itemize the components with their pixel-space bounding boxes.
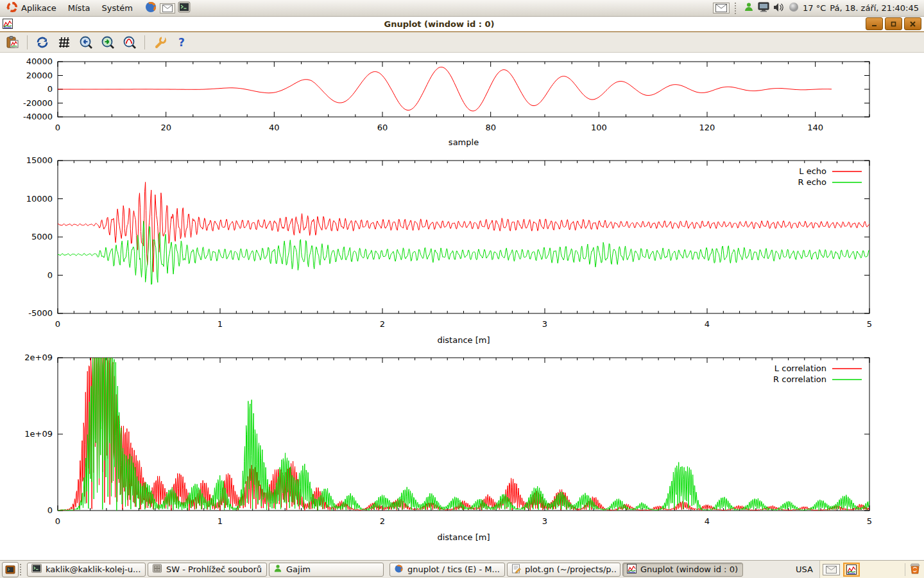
svg-text:0: 0 — [55, 516, 60, 526]
text-editor-icon — [511, 564, 521, 575]
svg-text:-5000: -5000 — [28, 308, 53, 318]
task-button-editor[interactable]: plot.gn (~/projects/p... — [507, 563, 620, 577]
svg-text:40000: 40000 — [26, 57, 53, 66]
task-button-terminal[interactable]: kaklik@kaklik-kolej-u... — [27, 563, 146, 577]
svg-text:2e+09: 2e+09 — [24, 353, 53, 362]
firefox-icon — [394, 564, 404, 575]
gnuplot-toolbar: ? — [0, 32, 924, 53]
svg-text:4: 4 — [705, 516, 710, 526]
svg-text:1e+09: 1e+09 — [24, 429, 53, 439]
task-label: Gnuplot (window id : 0) — [640, 565, 738, 574]
chart-waveform: 020406080100120140-40000-200000200004000… — [23, 57, 869, 147]
svg-text:20000: 20000 — [26, 71, 53, 80]
window-titlebar[interactable]: Gnuplot (window id : 0) — [0, 16, 924, 32]
task-label: gnuplot / tics (E) - M... — [407, 565, 500, 574]
display-icon[interactable] — [758, 2, 769, 14]
maximize-button[interactable] — [885, 17, 902, 30]
task-button-file-manager[interactable]: SW - Prohlížeč souborů — [148, 563, 267, 577]
tray-mail-icon[interactable] — [823, 564, 840, 575]
taskbar: kaklik@kaklik-kolej-u... SW - Prohlížeč … — [0, 560, 924, 578]
keyboard-layout-indicator[interactable]: USA — [789, 565, 819, 574]
panel-status-area: 17 °C Pá, 18. září, 21:40:45 — [713, 2, 924, 14]
svg-text:140: 140 — [807, 123, 823, 132]
applications-menu[interactable]: Aplikace — [3, 0, 63, 17]
settings-icon[interactable] — [151, 34, 168, 51]
copy-to-clipboard-icon[interactable] — [4, 34, 21, 51]
gnuplot-icon — [627, 564, 637, 575]
weather-moon-icon[interactable] — [789, 2, 799, 14]
volume-icon[interactable] — [773, 3, 785, 14]
places-menu-label: Místa — [68, 3, 90, 13]
svg-text:60: 60 — [377, 123, 388, 132]
toolbar-separator — [27, 35, 28, 49]
task-label: SW - Prohlížeč souborů — [166, 565, 262, 574]
svg-text:5: 5 — [867, 516, 872, 526]
svg-text:15000: 15000 — [26, 155, 53, 165]
mail-notification-icon[interactable] — [713, 3, 730, 13]
temperature-label[interactable]: 17 °C — [803, 3, 826, 13]
svg-text:20: 20 — [160, 123, 171, 132]
window-title: Gnuplot (window id : 0) — [13, 19, 866, 29]
svg-text:2: 2 — [380, 319, 385, 329]
places-menu[interactable]: Místa — [64, 2, 97, 15]
toggle-grid-icon[interactable] — [56, 34, 73, 51]
svg-text:0: 0 — [55, 123, 60, 132]
zoom-next-icon[interactable] — [99, 34, 116, 51]
close-button[interactable] — [904, 17, 921, 30]
svg-text:0: 0 — [47, 505, 53, 515]
svg-text:L correlation: L correlation — [774, 363, 826, 373]
tray-gnuplot-icon[interactable] — [843, 563, 860, 577]
svg-text:sample: sample — [449, 137, 479, 147]
autoscale-icon[interactable] — [121, 34, 138, 51]
notification-tray — [819, 561, 924, 578]
tray-spacer — [863, 561, 902, 578]
svg-text:3: 3 — [542, 319, 547, 329]
gnome-top-panel: Aplikace Místa Systém — [0, 0, 924, 17]
system-menu[interactable]: Systém — [98, 2, 139, 15]
svg-text:5: 5 — [867, 319, 872, 329]
firefox-launcher-icon[interactable] — [144, 1, 157, 15]
tray-separator — [905, 563, 905, 576]
zoom-previous-icon[interactable] — [78, 34, 94, 51]
panel-handle[interactable] — [735, 3, 739, 14]
svg-text:distance [m]: distance [m] — [437, 335, 490, 345]
panel-menus: Aplikace Místa Systém — [0, 0, 191, 17]
svg-text:-20000: -20000 — [23, 98, 53, 108]
svg-text:2: 2 — [380, 516, 385, 526]
replot-icon[interactable] — [34, 34, 51, 51]
svg-text:40: 40 — [269, 123, 280, 132]
plots-svg: 020406080100120140-40000-200000200004000… — [0, 53, 924, 560]
svg-text:5000: 5000 — [31, 232, 53, 241]
task-button-gajim[interactable]: Gajim — [269, 563, 384, 577]
user-switcher-icon[interactable] — [744, 2, 754, 14]
svg-text:R correlation: R correlation — [773, 374, 826, 384]
svg-text:10000: 10000 — [26, 194, 53, 204]
gajim-icon — [273, 564, 282, 575]
clock-label[interactable]: Pá, 18. září, 21:40:45 — [830, 3, 919, 13]
help-icon[interactable]: ? — [173, 34, 190, 51]
gnuplot-canvas[interactable]: 020406080100120140-40000-200000200004000… — [0, 53, 924, 560]
svg-text:distance [m]: distance [m] — [437, 532, 490, 542]
task-label: plot.gn (~/projects/p... — [525, 565, 616, 574]
svg-text:80: 80 — [485, 123, 496, 132]
chart-echo: 012345-5000050001000015000distance [m]L … — [26, 155, 873, 345]
svg-text:R echo: R echo — [798, 177, 826, 187]
chart-correlation: 01234501e+092e+09distance [m]L correlati… — [24, 353, 872, 542]
system-menu-label: Systém — [101, 3, 132, 13]
terminal-icon — [31, 564, 42, 575]
task-button-gnuplot[interactable]: Gnuplot (window id : 0) — [622, 563, 743, 577]
window-selector-button[interactable] — [2, 562, 19, 577]
terminal-launcher-icon[interactable] — [178, 1, 191, 15]
toolbar-separator — [144, 35, 145, 49]
mail-launcher-icon[interactable] — [160, 3, 175, 13]
applications-menu-label: Aplikace — [21, 3, 56, 13]
task-button-firefox[interactable]: gnuplot / tics (E) - M... — [389, 563, 505, 577]
minimize-button[interactable] — [866, 17, 883, 30]
taskbar-handle[interactable] — [20, 564, 24, 575]
task-label: kaklik@kaklik-kolej-u... — [46, 565, 141, 574]
ubuntu-logo-icon — [6, 1, 18, 15]
svg-text:120: 120 — [699, 123, 715, 132]
svg-text:0: 0 — [55, 319, 60, 329]
svg-text:1: 1 — [218, 319, 223, 329]
trash-icon[interactable] — [909, 562, 921, 577]
